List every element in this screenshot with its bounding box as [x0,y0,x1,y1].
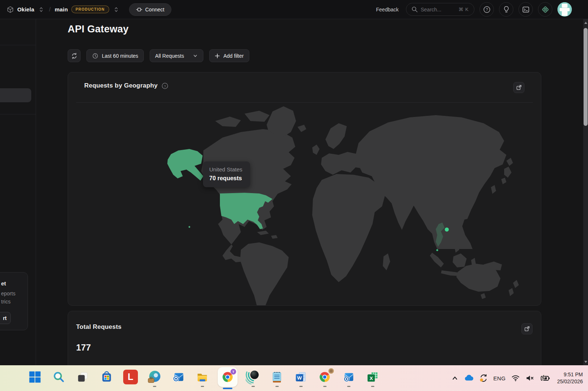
search-icon [411,6,418,13]
windows-search-icon [51,369,67,385]
language-indicator[interactable]: ENG [493,375,506,381]
user-avatar[interactable] [557,2,572,17]
topbar-actions: Feedback Search... ⌘ K ? [376,2,583,17]
world-map-region[interactable]: United States 70 requests [68,103,541,305]
tooltip-value: 70 requests [209,175,244,182]
taskbar-notepad-button[interactable] [268,369,285,387]
project-name: Okiela [17,6,34,13]
geography-card-title: Requests by Geography [84,82,158,89]
promo-text: et [1,280,6,287]
scroll-down-arrow[interactable] [583,359,588,365]
promo-text: eports [1,291,15,296]
taskbar-clock[interactable]: 9:51 PM 25/02/2026 [557,371,583,385]
time-range-button[interactable]: Last 60 minutes [86,49,144,62]
taskbar-edge-button[interactable] [146,369,163,387]
taskbar-l-app-button[interactable]: L [122,369,139,387]
svg-text:W: W [297,375,302,381]
sidebar-item-selected[interactable] [0,88,31,102]
environment-switcher-button[interactable] [113,6,120,14]
request-marker-small [436,249,438,251]
promo-button-label: rt [3,315,7,321]
taskbar-outlook-new-button[interactable] [340,369,357,387]
taskbar-word-button[interactable]: W [292,369,309,387]
battery-button[interactable] [540,374,550,382]
clock-icon [92,53,99,59]
time-range-label: Last 60 minutes [102,53,138,59]
world-map [68,103,541,305]
wifi-button[interactable] [511,374,520,382]
clock-time: 9:51 PM [557,371,583,378]
scroll-up-arrow[interactable] [583,20,588,25]
total-requests-value: 177 [76,342,91,353]
chevron-up-icon [451,374,459,382]
question-mark-glyph: ? [486,8,488,12]
taskbar-sonar-sphere-button[interactable] [245,369,261,387]
taskbar-file-explorer-button[interactable] [194,369,211,387]
open-total-requests-external-button[interactable] [521,323,532,334]
taskbar-chrome-personal-button[interactable] [316,369,333,387]
taskbar-store-button[interactable] [98,369,115,387]
refresh-button[interactable] [68,49,81,62]
lightbulb-icon [503,6,510,14]
breadcrumb: Okiela / main PRODUCTION Con [7,3,171,16]
environment-badge: PRODUCTION [71,6,109,13]
chevron-down-icon [193,53,198,58]
request-filter-dropdown[interactable]: All Requests [150,49,204,62]
taskbar-icons: L [26,365,381,391]
refresh-icon [71,53,78,59]
microsoft-store-icon [99,369,114,385]
terminal-icon [522,6,530,14]
word-icon: W [293,369,309,385]
breadcrumb-separator: / [49,6,50,13]
search-input[interactable]: Search... ⌘ K [406,3,474,16]
tray-overflow-button[interactable] [451,374,459,382]
excel-icon: X [365,369,380,385]
search-shortcut: ⌘ K [459,7,469,12]
onedrive-button[interactable] [464,374,474,382]
request-filter-label: All Requests [155,53,184,59]
l-app-icon: L [123,370,138,384]
open-geography-external-button[interactable] [513,82,524,93]
top-bar: Okiela / main PRODUCTION Con [0,0,588,19]
external-link-icon [516,85,522,90]
battery-charging-icon [540,374,550,382]
external-link-icon [524,326,530,332]
terminal-button[interactable] [518,2,533,17]
taskbar-start-button[interactable] [26,369,43,387]
connect-button[interactable]: Connect [129,3,171,16]
windows-taskbar: L [0,365,588,391]
ideas-button[interactable] [499,2,513,17]
sidebar-promo-card: et eports trics rt [0,272,28,330]
windows-start-icon [27,369,43,385]
flow-button[interactable] [538,2,552,17]
chrome-profile-badge: T [230,369,236,375]
promo-button[interactable]: rt [0,312,11,324]
add-filter-label: Add filter [223,53,243,59]
scrollbar-thumb[interactable] [584,28,588,126]
total-requests-title: Total Requests [76,323,121,331]
active-window-indicator [223,388,232,389]
taskbar-chrome-work-button[interactable]: T [218,367,238,389]
taskbar-excel-button[interactable]: X [364,369,381,387]
chrome-icon [317,369,332,385]
add-filter-button[interactable]: Add filter [209,49,249,62]
help-button[interactable]: ? [480,2,494,17]
diamond-target-icon [541,5,550,14]
feedback-link[interactable]: Feedback [376,7,399,13]
help-circle-icon[interactable]: ? [161,82,168,89]
taskbar-taskview-button[interactable] [74,369,91,387]
plug-icon [136,7,142,12]
taskbar-outlook-classic-button[interactable] [170,369,187,387]
project-switcher-button[interactable] [38,6,45,14]
total-requests-card: Total Requests 177 [68,311,541,365]
plus-icon [215,53,220,58]
sidebar: et eports trics rt [0,19,36,365]
filter-toolbar: Last 60 minutes All Requests Add filter [68,49,249,62]
volume-muted-button[interactable] [525,374,534,382]
onedrive-cloud-icon [464,374,474,382]
system-tray: ENG [451,365,583,391]
map-tooltip: United States 70 requests [203,161,250,187]
sync-status-button[interactable] [479,374,488,383]
tooltip-country: United States [209,166,244,173]
taskbar-search-button[interactable] [50,369,67,387]
